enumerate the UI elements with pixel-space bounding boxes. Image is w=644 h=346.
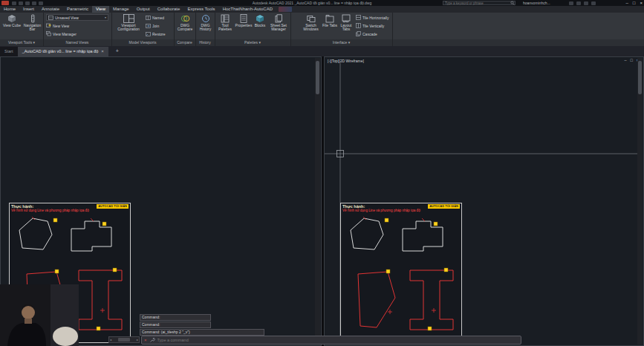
command-close-icon[interactable]: × xyxy=(144,336,147,344)
infocenter-icons xyxy=(569,1,596,5)
properties-button[interactable]: Properties xyxy=(235,14,252,27)
autodesk-app-store-icon[interactable] xyxy=(576,1,581,5)
search-icon[interactable] xyxy=(510,1,515,5)
horizontal-scrollbar[interactable]: ◂ ▸ xyxy=(108,336,140,343)
help-icon[interactable] xyxy=(591,1,596,5)
new-view-icon xyxy=(46,23,51,28)
minimize-icon[interactable]: – xyxy=(626,0,628,6)
dwg-history-button[interactable]: DWG History xyxy=(197,14,214,31)
file-tab-start[interactable]: Start xyxy=(0,47,18,56)
panel-label-viewport-tools[interactable]: Viewport Tools ▾ xyxy=(0,39,43,46)
blocks-label: Blocks xyxy=(255,24,266,27)
command-line-bar[interactable]: × xyxy=(141,336,521,345)
file-tabs-icon xyxy=(325,14,334,23)
switch-windows-icon xyxy=(307,14,316,23)
navigation-bar-button[interactable]: Navigation Bar xyxy=(22,14,42,31)
tool-palettes-button[interactable]: Tool Palettes xyxy=(216,14,234,31)
webcam-overlay xyxy=(0,284,79,346)
new-file-icon[interactable] xyxy=(12,1,16,5)
ribbon-tab-express-tools[interactable]: Express Tools xyxy=(183,6,218,13)
ribbon-tab-hocthatnhanh[interactable]: HocThatNhanh-AutoCAD xyxy=(219,6,276,13)
tile-vertically-button[interactable]: Tile Vertically xyxy=(356,22,384,29)
unsaved-view-value: Unsaved View xyxy=(55,16,79,20)
right-window-vertical-scrollbar[interactable] xyxy=(637,58,643,345)
viewport-configuration-button[interactable]: Viewport Configuration xyxy=(114,14,143,31)
view-cube-button[interactable]: View Cube xyxy=(2,14,22,27)
ribbon-tab-insert[interactable]: Insert xyxy=(19,6,38,13)
ribbon-tab-collaborate[interactable]: Collaborate xyxy=(154,6,184,13)
cascade-button[interactable]: Cascade xyxy=(356,30,377,37)
panel-label-named-views[interactable]: Named Views xyxy=(43,39,111,46)
redo-icon[interactable] xyxy=(32,1,36,5)
ribbon-tab-output[interactable]: Output xyxy=(133,6,154,13)
stay-connected-icon[interactable] xyxy=(584,1,588,5)
scroll-right-icon[interactable]: ▸ xyxy=(137,338,138,342)
help-search-input[interactable] xyxy=(443,1,510,5)
ribbon: View Cube Navigation Bar Viewport Tools … xyxy=(0,13,644,46)
file-tab-document[interactable]: _AutoCAD tối giản v0... line = nhập tọa … xyxy=(18,47,108,56)
right-window-scroll-thumb[interactable] xyxy=(638,61,642,94)
dwg-compare-button[interactable]: DWG Compare xyxy=(175,14,195,31)
restore-viewport-button[interactable]: Restore xyxy=(146,30,166,37)
new-view-label: New View xyxy=(53,24,69,28)
exercise-header: Thực hành: Vẽ hình sử dụng Line và phươn… xyxy=(11,204,129,212)
ribbon-tab-manage[interactable]: Manage xyxy=(109,6,133,13)
presenter-video xyxy=(0,284,79,346)
panel-label-compare[interactable]: Compare xyxy=(174,39,195,46)
restore-viewport-icon xyxy=(146,32,151,36)
child-minimize-icon[interactable]: – xyxy=(624,58,626,62)
close-icon[interactable]: × xyxy=(640,0,643,6)
properties-icon xyxy=(240,14,247,23)
viewport-configuration-icon xyxy=(123,14,134,23)
autocad-logo-icon[interactable] xyxy=(1,1,9,5)
panel-label-history[interactable]: History xyxy=(195,39,215,46)
join-viewport-button[interactable]: Join xyxy=(146,22,159,29)
tile-horizontally-icon xyxy=(356,15,361,20)
ribbon-tab-home[interactable]: Home xyxy=(0,6,19,13)
file-tabs-label: File Tabs xyxy=(322,24,337,27)
ribbon-tab-parametric[interactable]: Parametric xyxy=(63,6,92,13)
plot-icon[interactable] xyxy=(39,1,43,5)
named-viewport-button[interactable]: Named xyxy=(146,14,164,21)
panel-label-model-viewports[interactable]: Model Viewports xyxy=(111,39,174,46)
cascade-label: Cascade xyxy=(362,32,377,36)
ribbon-tab-annotate[interactable]: Annotate xyxy=(38,6,63,13)
horizontal-scroll-thumb[interactable] xyxy=(118,338,130,342)
autocad-toigian-badge: AUTOCAD TỐI GIẢN xyxy=(97,204,129,209)
child-restore-icon[interactable]: □ xyxy=(630,58,632,62)
sheet-set-manager-button[interactable]: Sheet Set Manager xyxy=(267,14,290,31)
new-drawing-tab-icon[interactable]: + xyxy=(113,47,122,56)
layout-tabs-icon xyxy=(342,14,351,23)
new-view-button[interactable]: New View xyxy=(46,22,69,29)
a360-icon[interactable] xyxy=(569,1,573,5)
layout-tabs-button[interactable]: Layout Tabs xyxy=(338,14,354,31)
left-window-vertical-scrollbar[interactable] xyxy=(315,58,320,345)
ribbon-tab-view[interactable]: View xyxy=(92,6,109,13)
blocks-button[interactable]: Blocks xyxy=(253,14,267,27)
panel-label-palettes[interactable]: Palettes ▾ xyxy=(215,39,290,46)
quick-access-toolbar xyxy=(12,1,43,5)
save-icon[interactable] xyxy=(19,1,23,5)
tile-horizontally-button[interactable]: Tile Horizontally xyxy=(356,14,388,21)
view-manager-label: View Manager xyxy=(53,32,77,36)
maximize-icon[interactable]: □ xyxy=(633,0,636,6)
panel-label-interface[interactable]: Interface ▾ xyxy=(290,39,392,46)
customize-wrench-icon[interactable] xyxy=(149,337,155,343)
file-tabs-button[interactable]: File Tabs xyxy=(322,14,337,27)
command-history-line: Command: xyxy=(140,314,211,321)
scroll-left-icon[interactable]: ◂ xyxy=(110,338,111,342)
dwg-history-label: DWG History xyxy=(197,24,214,31)
view-manager-button[interactable]: View Manager xyxy=(46,30,77,37)
unsaved-view-dropdown[interactable]: Unsaved View ▾ xyxy=(46,14,108,21)
window-title: Autodesk AutoCAD 2021 _AutoCAD tối giản … xyxy=(171,1,453,5)
signed-in-user[interactable]: hoanvominhch... xyxy=(523,1,566,5)
undo-icon[interactable] xyxy=(25,1,30,5)
switch-windows-button[interactable]: Switch Windows xyxy=(301,14,321,31)
ribbon-extra-indicator xyxy=(279,7,292,12)
viewport-controls-label[interactable]: [-][Top][2D Wireframe] xyxy=(328,59,364,63)
file-tab-close-icon[interactable]: × xyxy=(101,47,104,56)
left-window-scroll-thumb[interactable] xyxy=(316,61,319,94)
named-viewport-label: Named xyxy=(152,16,164,20)
command-input[interactable] xyxy=(157,338,518,342)
help-search-box[interactable] xyxy=(443,1,515,5)
